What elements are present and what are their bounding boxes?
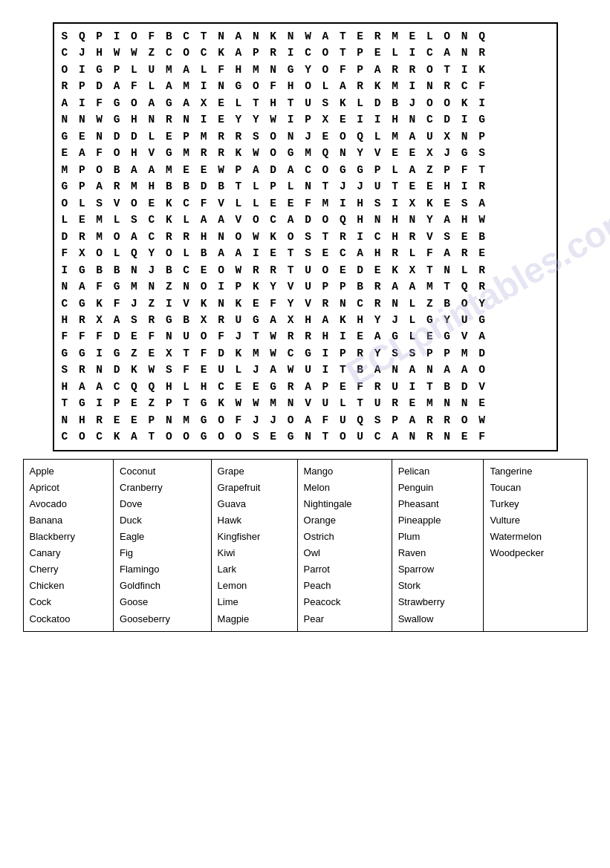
word-item: Blackberry	[30, 529, 108, 545]
word-item: Coconut	[120, 463, 205, 480]
word-item: Banana	[30, 512, 108, 529]
word-item: Melon	[304, 480, 386, 496]
page-container: S Q P I O F B C T N A N K N W A T E R M …	[15, 15, 595, 632]
word-item: Penguin	[398, 480, 478, 496]
word-column-2: GrapeGrapefruitGuavaHawkKingfisherKiwiLa…	[211, 459, 297, 631]
word-item: Lark	[218, 561, 291, 578]
word-item: Avocado	[30, 496, 108, 512]
word-item: Swallow	[398, 611, 478, 627]
word-item: Fig	[120, 545, 205, 561]
word-item: Tangerine	[490, 463, 580, 480]
word-item: Pear	[304, 611, 386, 627]
word-item: Guava	[218, 496, 291, 512]
word-item: Kingfisher	[218, 529, 291, 545]
word-item: Dove	[120, 496, 205, 512]
word-item: Plum	[398, 529, 478, 545]
word-item: Goose	[120, 594, 205, 610]
word-column-4: PelicanPenguinPheasantPineapplePlumRaven…	[392, 459, 484, 631]
word-item: Apple	[30, 463, 108, 480]
word-item: Goldfinch	[120, 578, 205, 594]
word-column-1: CoconutCranberryDoveDuckEagleFigFlamingo…	[114, 459, 212, 631]
word-item: Woodpecker	[490, 545, 580, 561]
word-item: Grapefruit	[218, 480, 291, 496]
word-item: Chicken	[30, 578, 108, 594]
word-item: Kiwi	[218, 545, 291, 561]
word-item: Orange	[304, 512, 386, 529]
word-item: Canary	[30, 545, 108, 561]
word-item: Turkey	[490, 496, 580, 512]
word-item: Lemon	[218, 578, 291, 594]
word-item: Magpie	[218, 611, 291, 627]
word-list-table: AppleApricotAvocadoBananaBlackberryCanar…	[23, 459, 588, 632]
word-item: Eagle	[120, 529, 205, 545]
word-column-0: AppleApricotAvocadoBananaBlackberryCanar…	[23, 459, 114, 631]
word-item: Strawberry	[398, 594, 478, 610]
word-item: Cherry	[30, 561, 108, 578]
relative-wrapper: S Q P I O F B C T N A N K N W A T E R M …	[16, 15, 595, 632]
word-item: Flamingo	[120, 561, 205, 578]
word-item: Peacock	[304, 594, 386, 610]
word-item: Cock	[30, 594, 108, 610]
word-item: Ostrich	[304, 529, 386, 545]
word-item: Mango	[304, 463, 386, 480]
word-item: Peach	[304, 578, 386, 594]
word-item: Raven	[398, 545, 478, 561]
word-item: Pineapple	[398, 512, 478, 529]
word-item: Gooseberry	[120, 611, 205, 627]
word-item: Lime	[218, 594, 291, 610]
word-item: Owl	[304, 545, 386, 561]
word-item: Watermelon	[490, 529, 580, 545]
word-item: Hawk	[218, 512, 291, 529]
word-item: Pheasant	[398, 496, 478, 512]
word-item: Apricot	[30, 480, 108, 496]
word-column-3: MangoMelonNightingaleOrangeOstrichOwlPar…	[297, 459, 392, 631]
word-item: Stork	[398, 578, 478, 594]
word-item: Parrot	[304, 561, 386, 578]
word-item: Cockatoo	[30, 611, 108, 627]
word-column-5: TangerineToucanTurkeyVultureWatermelonWo…	[484, 459, 587, 631]
word-item: Cranberry	[120, 480, 205, 496]
wordsearch-container: S Q P I O F B C T N A N K N W A T E R M …	[53, 22, 558, 451]
word-item: Duck	[120, 512, 205, 529]
word-item: Pelican	[398, 463, 478, 480]
wordsearch-grid: S Q P I O F B C T N A N K N W A T E R M …	[62, 28, 549, 446]
word-item: Vulture	[490, 512, 580, 529]
word-item: Grape	[218, 463, 291, 480]
word-item: Toucan	[490, 480, 580, 496]
word-item: Nightingale	[304, 496, 386, 512]
word-item: Sparrow	[398, 561, 478, 578]
